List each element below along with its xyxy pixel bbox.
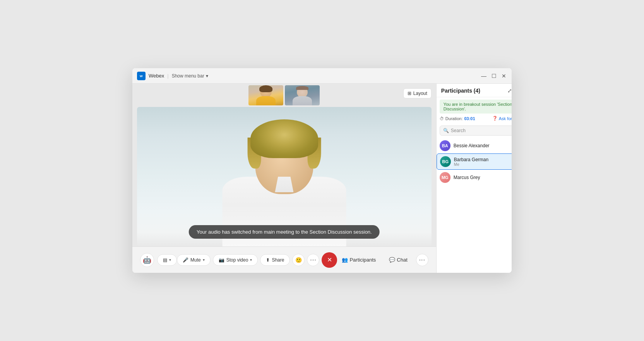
participants-toolbar-label: Participants <box>349 257 376 263</box>
avatar-marcus: MG <box>440 172 450 183</box>
video-icon: 📷 <box>219 257 224 263</box>
participants-toolbar-icon: 👥 <box>342 257 348 263</box>
svg-text:W: W <box>140 74 143 78</box>
mute-button[interactable]: 🎤 Mute ▾ <box>177 254 211 266</box>
duration-row: ⏱ Duration: 03:01 ❓ Ask for help <box>437 114 512 123</box>
participants-list: BA Bessie Alexander ○ ▭ BG Barbara Germa… <box>437 138 512 273</box>
notification-toast: Your audio has switched from main meetin… <box>189 225 380 239</box>
toolbar-center: 🎤 Mute ▾ 📷 Stop video ▾ ⬆ Share 🙂 <box>177 252 337 268</box>
duration-label: Duration: <box>445 116 463 121</box>
breakout-text: You are in breakout session 'Section Dis… <box>444 102 512 111</box>
minimize-button[interactable]: — <box>481 73 487 79</box>
participant-item-marcus[interactable]: MG Marcus Grey ○ <box>437 170 512 185</box>
search-icon: 🔍 <box>443 128 449 133</box>
more-right-icon: ··· <box>419 257 425 264</box>
emoji-icon: 🙂 <box>295 257 302 263</box>
layout-label: Layout <box>413 91 427 96</box>
layout-icon: ⊞ <box>408 91 411 96</box>
duration-left: ⏱ Duration: 03:01 <box>440 116 475 121</box>
search-placeholder: Search <box>451 128 466 133</box>
participant-info-barbara: Barbara German Me <box>454 157 512 167</box>
panel-title: Participants (4) <box>441 88 480 94</box>
participant-name-barbara: Barbara German <box>454 157 512 162</box>
stop-video-chevron-icon: ▾ <box>250 258 252 262</box>
thumbnail-bar: ⊞ Layout <box>132 84 436 107</box>
captions-icon: ▤ <box>163 257 167 263</box>
avatar-bessie: BA <box>440 140 450 151</box>
more-options-button[interactable]: ··· <box>307 254 319 266</box>
show-menu-bar-btn[interactable]: Show menu bar ▾ <box>172 73 208 79</box>
avatar-barbara: BG <box>440 156 451 167</box>
share-button[interactable]: ⬆ Share <box>260 254 290 266</box>
bot-icon: 🤖 <box>143 256 151 264</box>
participant-info-marcus: Marcus Grey <box>454 175 512 180</box>
captions-chevron-icon: ▾ <box>169 258 171 262</box>
share-label: Share <box>272 257 284 263</box>
reactions-button[interactable]: 🙂 <box>292 254 305 266</box>
bot-button[interactable]: 🤖 <box>140 253 154 267</box>
close-button[interactable]: ✕ <box>501 73 507 79</box>
panel-header-actions: ⤢ ✕ <box>507 88 512 94</box>
chat-bubble-icon: 💬 <box>389 257 395 263</box>
share-icon: ⬆ <box>266 257 270 263</box>
mic-icon: 🎤 <box>183 257 188 263</box>
toolbar-left: 🤖 ▤ ▾ <box>140 253 177 267</box>
main-video-container: Your audio has switched from main meetin… <box>137 107 432 246</box>
captions-button[interactable]: ▤ ▾ <box>157 254 177 266</box>
mute-chevron-icon: ▾ <box>203 258 205 262</box>
expand-panel-button[interactable]: ⤢ <box>507 88 512 94</box>
participant-name-marcus: Marcus Grey <box>454 175 512 180</box>
notification-text: Your audio has switched from main meetin… <box>197 229 372 235</box>
search-box[interactable]: 🔍 Search <box>440 126 512 136</box>
end-call-icon: ✕ <box>327 256 332 264</box>
clock-icon: ⏱ <box>440 116 444 121</box>
toolbar-right: 👥 Participants 💬 Chat ··· <box>337 254 428 266</box>
more-icon: ··· <box>310 257 316 264</box>
participants-toolbar-button[interactable]: 👥 Participants <box>337 255 380 265</box>
participant-item-bessie[interactable]: BA Bessie Alexander ○ ▭ <box>437 138 512 153</box>
stop-video-label: Stop video <box>226 257 248 263</box>
mute-label: Mute <box>190 257 201 263</box>
participant-thumbnail-1[interactable] <box>248 85 283 105</box>
main-content: ⊞ Layout <box>132 84 512 273</box>
layout-button[interactable]: ⊞ Layout <box>403 88 432 98</box>
participant-name-bessie: Bessie Alexander <box>454 143 510 148</box>
participant-item-barbara[interactable]: BG Barbara German Me ▭ <box>437 153 512 170</box>
show-menu-bar-label: Show menu bar <box>172 73 204 79</box>
app-name: Webex <box>149 73 164 79</box>
participants-panel: Participants (4) ⤢ ✕ You are in breakout… <box>436 84 512 273</box>
ask-help-label: Ask for help <box>499 116 512 121</box>
chat-toolbar-label: Chat <box>397 257 407 263</box>
window-controls: — ☐ ✕ <box>481 73 507 79</box>
ask-help-button[interactable]: ❓ Ask for help <box>492 116 512 121</box>
duration-time: 03:01 <box>464 116 475 121</box>
maximize-button[interactable]: ☐ <box>491 73 497 79</box>
panel-header: Participants (4) ⤢ ✕ <box>437 84 512 97</box>
title-bar: W Webex | Show menu bar ▾ — ☐ ✕ <box>132 68 512 84</box>
chat-toolbar-button[interactable]: 💬 Chat <box>384 255 412 265</box>
bottom-toolbar: 🤖 ▤ ▾ 🎤 Mute ▾ 📷 Stop video <box>132 246 436 273</box>
title-divider: | <box>167 73 168 79</box>
participant-thumbnail-2[interactable] <box>285 85 320 105</box>
webex-logo: W <box>137 72 146 80</box>
title-bar-left: W Webex | Show menu bar ▾ <box>137 72 481 80</box>
question-icon: ❓ <box>492 116 498 121</box>
breakout-banner: You are in breakout session 'Section Dis… <box>440 100 512 114</box>
more-right-button[interactable]: ··· <box>416 254 428 266</box>
end-call-button[interactable]: ✕ <box>322 252 337 268</box>
menu-chevron-icon: ▾ <box>206 73 208 79</box>
participant-info-bessie: Bessie Alexander <box>454 143 510 148</box>
video-area: ⊞ Layout <box>132 84 436 273</box>
stop-video-button[interactable]: 📷 Stop video ▾ <box>213 254 258 266</box>
participant-sub-barbara: Me <box>454 162 512 167</box>
